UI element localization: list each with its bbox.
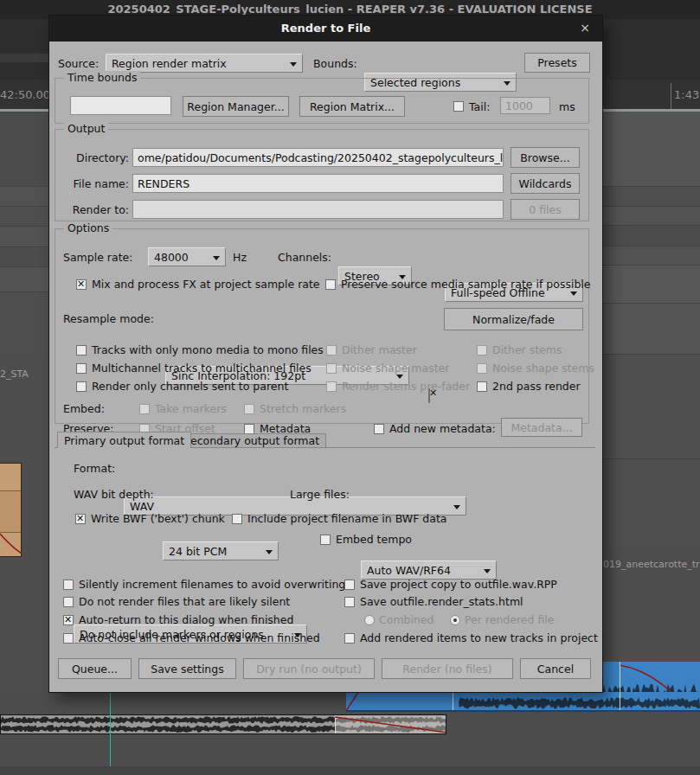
silent-increment-option[interactable]: Silently increment filenames to avoid ov… <box>63 578 345 591</box>
chevron-down-icon <box>290 62 297 67</box>
stems-prefader-checkbox[interactable] <box>326 381 337 392</box>
stems-prefader-option[interactable]: Render stems pre-fader <box>326 380 470 393</box>
add-metadata-option[interactable]: Add new metadata: <box>374 422 496 435</box>
media-item-strip[interactable] <box>0 714 446 734</box>
wildcards-button[interactable]: Wildcards <box>511 173 580 194</box>
mono-media-option[interactable]: Tracks with only mono media to mono file… <box>76 343 324 356</box>
tab-primary-output[interactable]: Primary output format <box>57 432 191 448</box>
preserve-rate-option[interactable]: Preserve source media sample rate if pos… <box>325 278 590 291</box>
browse-button[interactable]: Browse... <box>511 147 580 168</box>
skip-silent-option[interactable]: Do not render files that are likely sile… <box>63 595 290 608</box>
write-bwf-checkbox[interactable] <box>75 514 86 524</box>
dialog-titlebar[interactable]: Render to File × <box>49 16 602 42</box>
bit-depth-dropdown[interactable]: 24 bit PCM <box>163 541 279 560</box>
add-items-checkbox[interactable] <box>344 633 355 644</box>
region-manager-button[interactable]: Region Manager... <box>183 96 289 117</box>
stretch-markers-option[interactable]: Stretch markers <box>244 402 346 415</box>
second-pass-option[interactable]: 2nd pass render <box>477 380 581 393</box>
dither-stems-checkbox[interactable] <box>477 345 487 355</box>
take-markers-option[interactable]: Take markers <box>139 402 227 415</box>
preserve-rate-checkbox[interactable] <box>325 279 336 290</box>
second-pass-checkbox[interactable] <box>477 381 487 392</box>
auto-close-option[interactable]: Auto-close all render windows when finis… <box>63 631 320 644</box>
options-legend: Options <box>64 221 112 234</box>
bwf-filename-checkbox[interactable] <box>232 514 242 524</box>
embed-tempo-option[interactable]: Embed tempo <box>320 533 412 546</box>
noise-stems-option[interactable]: Noise shape stems <box>477 362 594 375</box>
per-file-option[interactable]: Per rendered file <box>450 613 555 626</box>
save-stats-checkbox[interactable] <box>344 597 355 607</box>
multichannel-checkbox[interactable] <box>76 363 87 374</box>
media-item-blue-bottom[interactable] <box>346 692 700 712</box>
close-icon[interactable]: × <box>576 16 594 42</box>
large-files-dropdown[interactable]: Auto WAV/RF64 <box>361 560 497 580</box>
metadata-checkbox[interactable] <box>244 424 254 434</box>
noise-master-option[interactable]: Noise shape master <box>326 362 449 375</box>
tail-input[interactable]: 1000 <box>500 97 550 114</box>
filename-input[interactable]: RENDERS <box>132 174 504 193</box>
multichannel-option[interactable]: Multichannel tracks to multichannel file… <box>76 362 311 375</box>
metadata-button[interactable]: Metadata... <box>501 418 582 437</box>
mix-fx-option[interactable]: Mix and process FX at project sample rat… <box>76 278 320 291</box>
region-matrix-button[interactable]: Region Matrix... <box>299 96 405 117</box>
large-files-label: Large files: <box>290 488 350 501</box>
dry-run-button[interactable]: Dry run (no output) <box>243 658 375 679</box>
auto-return-option[interactable]: Auto-return to this dialog when finished <box>63 613 293 626</box>
save-settings-button[interactable]: Save settings <box>138 658 236 679</box>
mix-fx-checkbox[interactable] <box>76 279 87 290</box>
noise-stems-checkbox[interactable] <box>477 363 487 374</box>
presets-button[interactable]: Presets <box>524 53 590 73</box>
time-range-input[interactable] <box>70 96 171 115</box>
directory-input[interactable]: ome/patidou/Documents/Podcasting/2025040… <box>132 148 504 167</box>
chevron-down-icon <box>570 291 577 296</box>
media-item-blue[interactable] <box>602 662 700 692</box>
stretch-markers-checkbox[interactable] <box>244 404 254 414</box>
normalize-button[interactable]: Normalize/fade <box>444 308 583 330</box>
source-dropdown[interactable]: Region render matrix <box>106 54 303 73</box>
play-cursor <box>620 662 620 692</box>
auto-close-checkbox[interactable] <box>63 633 74 644</box>
add-items-option[interactable]: Add rendered items to new tracks in proj… <box>344 631 598 644</box>
timeline-ruler-left[interactable]: 42:50.000 <box>0 80 49 109</box>
render-dialog: Render to File × Source: Region render m… <box>49 16 602 692</box>
cancel-button[interactable]: Cancel <box>520 658 591 679</box>
dialog-title: Render to File <box>49 16 602 42</box>
auto-return-checkbox[interactable] <box>63 615 74 625</box>
track-lane-background-right: 019_aneetcarotte_trac <box>602 112 700 692</box>
queue-button[interactable]: Queue... <box>58 658 132 679</box>
timeline-time-label: 42:50.000 <box>0 88 49 101</box>
tail-unit-label: ms <box>559 100 575 113</box>
bwf-filename-option[interactable]: Include project filename in BWF data <box>232 512 446 525</box>
tab-secondary-output[interactable]: Secondary output format <box>177 433 326 448</box>
fade-out-curve-blue <box>618 662 700 692</box>
per-file-radio[interactable] <box>450 615 460 625</box>
sample-rate-dropdown[interactable]: 48000 <box>148 247 226 266</box>
arrange-view-right: 1:43:3 019_aneetcarotte_trac <box>602 19 700 692</box>
parent-channels-option[interactable]: Render only channels sent to parent <box>76 380 288 393</box>
save-copy-option[interactable]: Save project copy to outfile.wav.RPP <box>344 578 557 591</box>
take-markers-checkbox[interactable] <box>139 404 150 414</box>
save-copy-checkbox[interactable] <box>344 580 355 590</box>
silent-increment-checkbox[interactable] <box>63 580 74 590</box>
timeline-ruler-right[interactable]: 1:43:3 <box>602 80 700 109</box>
write-bwf-option[interactable]: Write BWF ('bext') chunk <box>75 512 225 525</box>
combined-radio[interactable] <box>364 615 375 625</box>
files-count-button[interactable]: 0 files <box>511 199 580 220</box>
dither-master-checkbox[interactable] <box>326 345 337 355</box>
ruler-tick <box>671 83 671 109</box>
directory-label: Directory: <box>76 151 129 164</box>
combined-option[interactable]: Combined <box>364 613 434 626</box>
dither-stems-option[interactable]: Dither stems <box>477 343 562 356</box>
media-item-tan[interactable] <box>0 463 22 557</box>
mono-media-checkbox[interactable] <box>76 345 87 355</box>
tail-checkbox[interactable] <box>453 101 464 112</box>
skip-silent-checkbox[interactable] <box>63 597 74 607</box>
save-stats-option[interactable]: Save outfile.render_stats.html <box>344 595 523 608</box>
embed-tempo-checkbox[interactable] <box>320 535 331 545</box>
noise-master-checkbox[interactable] <box>326 363 337 374</box>
add-metadata-checkbox[interactable] <box>374 424 384 434</box>
parent-channels-checkbox[interactable] <box>76 381 87 392</box>
render-to-label: Render to: <box>73 203 129 216</box>
dither-master-option[interactable]: Dither master <box>326 343 417 356</box>
render-button[interactable]: Render (no files) <box>382 658 513 679</box>
